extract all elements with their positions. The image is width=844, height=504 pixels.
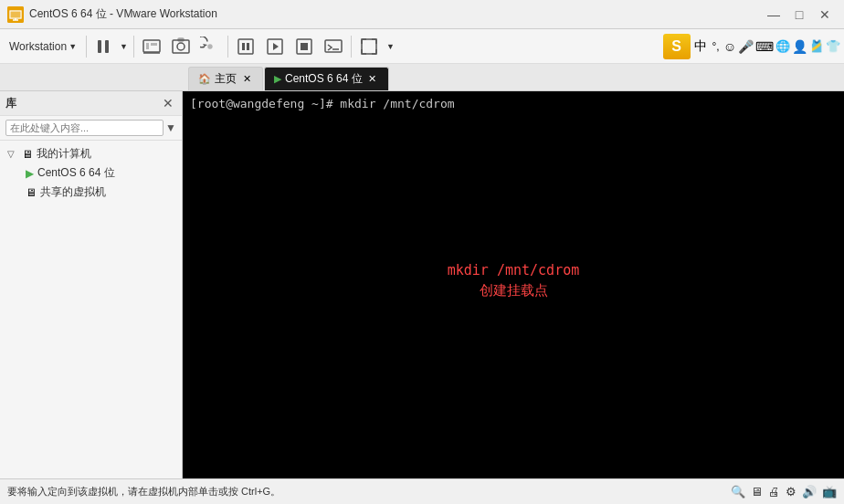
fullscreen-dropdown[interactable]: ▼ <box>385 33 396 60</box>
workstation-label: Workstation <box>9 40 67 53</box>
svg-rect-24 <box>362 39 376 54</box>
status-message: 要将输入定向到该虚拟机，请在虚拟机内部单击或按 Ctrl+G。 <box>7 485 280 499</box>
revert-button[interactable] <box>196 33 224 60</box>
ime-keyboard[interactable]: ⌨ <box>755 39 774 54</box>
toolbar-separator-3 <box>227 36 228 58</box>
sidebar-tree: ▽ 🖥 我的计算机 ▶ CentOS 6 64 位 🖥 共享的虚拟机 <box>0 141 182 478</box>
toolbar-separator-2 <box>133 36 134 58</box>
status-icon-audio[interactable]: 🔊 <box>802 485 817 499</box>
window-title: CentOS 6 64 位 - VMware Workstation <box>29 6 217 22</box>
pause-button[interactable] <box>90 33 116 60</box>
svg-rect-9 <box>146 43 149 49</box>
toolbar: Workstation ▼ ▼ <box>0 29 844 64</box>
centos-tab-close[interactable]: ✕ <box>366 73 379 86</box>
terminal-area[interactable]: [root@wangdefeng ~]# mkdir /mnt/cdrom mk… <box>183 91 844 478</box>
sidebar-header: 库 ✕ <box>0 91 182 116</box>
app-icon <box>7 6 24 23</box>
tab-home[interactable]: 🏠 主页 ✕ <box>188 67 263 90</box>
vm-console-button[interactable] <box>320 33 347 60</box>
workstation-dropdown-arrow: ▼ <box>69 42 77 51</box>
tree-label-centos: CentOS 6 64 位 <box>37 165 115 181</box>
pause-dropdown-arrow: ▼ <box>120 42 128 51</box>
home-tab-label: 主页 <box>215 71 237 87</box>
close-button[interactable]: ✕ <box>813 5 837 24</box>
svg-marker-19 <box>273 43 279 50</box>
status-icon-display[interactable]: 📺 <box>822 485 837 499</box>
minimize-button[interactable]: — <box>762 5 786 24</box>
svg-point-12 <box>177 43 185 50</box>
toolbar-separator-4 <box>351 36 352 58</box>
ime-settings[interactable]: 🌐 <box>775 39 790 53</box>
status-icons: 🔍 🖥 🖨 ⚙ 🔊 📺 <box>731 485 837 499</box>
workstation-menu-button[interactable]: Workstation ▼ <box>4 33 82 60</box>
toolbar-separator-1 <box>86 36 87 58</box>
ime-user[interactable]: 👤 <box>792 39 807 54</box>
sidebar-close-button[interactable]: ✕ <box>160 95 176 111</box>
svg-rect-7 <box>143 40 160 52</box>
sidebar-search-input[interactable] <box>5 120 164 136</box>
svg-rect-17 <box>247 43 249 50</box>
terminal-highlight: mkdir /mnt/cdrom 创建挂载点 <box>448 262 580 299</box>
centos-tab-icon: ▶ <box>274 73 281 85</box>
send-ctrl-alt-del-button[interactable] <box>138 33 165 60</box>
sidebar-search-dropdown[interactable]: ▼ <box>165 121 176 134</box>
status-icon-vm[interactable]: 🖥 <box>751 485 763 499</box>
ime-skin1[interactable]: 🎽 <box>809 39 824 53</box>
svg-rect-21 <box>301 43 308 50</box>
tree-toggle-my-computer: ▽ <box>7 149 18 159</box>
svg-rect-22 <box>325 40 342 52</box>
vm-suspend-button[interactable] <box>232 33 259 60</box>
ime-voice[interactable]: 🎤 <box>738 39 754 54</box>
computer-icon: 🖥 <box>22 148 33 161</box>
ime-punctuation[interactable]: °, <box>711 39 722 54</box>
centos-vm-icon: ▶ <box>26 167 34 180</box>
main-layout: 库 ✕ ▼ ▽ 🖥 我的计算机 ▶ CentOS 6 64 位 🖥 共享的虚拟机 <box>0 91 844 478</box>
svg-rect-16 <box>242 43 245 50</box>
home-tab-close[interactable]: ✕ <box>240 73 253 86</box>
vm-stop-button[interactable] <box>290 33 318 60</box>
status-icon-search[interactable]: 🔍 <box>731 485 745 499</box>
ime-skin2[interactable]: 👕 <box>826 39 840 53</box>
svg-rect-15 <box>238 39 253 54</box>
home-tab-icon: 🏠 <box>198 73 211 85</box>
vm-power-button[interactable] <box>261 33 289 60</box>
fullscreen-dropdown-arrow: ▼ <box>386 42 395 51</box>
tree-label-my-computer: 我的计算机 <box>37 146 91 162</box>
fullscreen-button[interactable] <box>355 33 383 60</box>
sogou-icon: S <box>663 34 691 59</box>
sidebar-title: 库 <box>5 96 16 111</box>
svg-point-14 <box>208 45 212 48</box>
svg-rect-5 <box>98 40 101 53</box>
shared-vm-icon: 🖥 <box>26 186 37 199</box>
window-controls[interactable]: — □ ✕ <box>762 5 837 24</box>
status-icon-settings[interactable]: ⚙ <box>786 485 797 499</box>
svg-rect-6 <box>105 40 109 53</box>
terminal-prompt: [root@wangdefeng ~]# mkdir /mnt/cdrom <box>190 97 837 110</box>
terminal-annotation: 创建挂载点 <box>480 282 548 299</box>
tree-label-shared-vms: 共享的虚拟机 <box>40 184 106 200</box>
status-icon-print[interactable]: 🖨 <box>768 485 780 499</box>
status-bar: 要将输入定向到该虚拟机，请在虚拟机内部单击或按 Ctrl+G。 🔍 🖥 🖨 ⚙ … <box>0 478 844 504</box>
tree-item-centos[interactable]: ▶ CentOS 6 64 位 <box>22 163 178 183</box>
tree-item-my-computer[interactable]: ▽ 🖥 我的计算机 <box>4 144 178 163</box>
sidebar: 库 ✕ ▼ ▽ 🖥 我的计算机 ▶ CentOS 6 64 位 🖥 共享的虚拟机 <box>0 91 183 478</box>
sidebar-search: ▼ <box>0 116 182 141</box>
tree-item-shared-vms[interactable]: 🖥 共享的虚拟机 <box>22 183 178 202</box>
pause-dropdown[interactable]: ▼ <box>118 33 130 60</box>
tab-centos[interactable]: ▶ CentOS 6 64 位 ✕ <box>264 67 389 90</box>
svg-rect-11 <box>173 40 189 53</box>
terminal-command-highlight: mkdir /mnt/cdrom <box>448 262 580 278</box>
ime-emoji[interactable]: ☺ <box>723 39 736 54</box>
svg-rect-13 <box>178 38 184 41</box>
tabs-bar: 🏠 主页 ✕ ▶ CentOS 6 64 位 ✕ <box>0 64 844 91</box>
maximize-button[interactable]: □ <box>787 5 811 24</box>
centos-tab-label: CentOS 6 64 位 <box>285 71 363 87</box>
svg-rect-10 <box>151 43 157 46</box>
title-bar: CentOS 6 64 位 - VMware Workstation — □ ✕ <box>0 0 844 29</box>
ime-chinese[interactable]: 中 <box>692 37 709 56</box>
snapshot-button[interactable] <box>167 33 195 60</box>
